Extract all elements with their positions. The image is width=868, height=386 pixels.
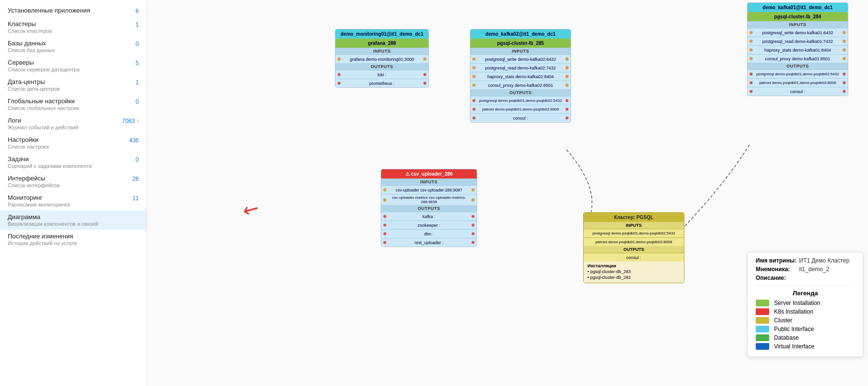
port-dot	[383, 198, 387, 202]
legend-item-k8s: K8s Installation	[756, 308, 855, 315]
sidebar-item-recent-changes[interactable]: Последние изменения История действий по …	[0, 230, 147, 249]
sidebar-item-subtitle: Расписание мониторинга	[8, 202, 70, 207]
sidebar-item-interfaces[interactable]: Интерфейсы Список интерфейсов 26	[0, 172, 147, 191]
port-dot	[749, 40, 753, 43]
port-dot	[749, 48, 753, 52]
sidebar-badge: 1	[129, 79, 139, 86]
cluster-outputs-label: OUTPUTS	[584, 246, 684, 253]
cluster-pgsql[interactable]: Кластер: PGSQL INPUTS postgresql demo-ps…	[583, 212, 684, 283]
sidebar-item-subtitle: Список дата-центров	[8, 86, 60, 92]
sidebar-badge: 6	[129, 8, 139, 14]
node-port-csv1: csv-uploader csv-uploader-286:9087	[381, 185, 477, 194]
legend-color-database	[756, 334, 769, 341]
sidebar-item-subtitle: Список глобальных настроек	[8, 105, 80, 111]
port-dot	[749, 57, 753, 60]
sidebar-item-servers[interactable]: Серверы Список серверов датацентра 5	[0, 56, 147, 75]
node-port-pg: postgresql demo-psqldb01,demo-psqldb02:5…	[470, 96, 571, 105]
legend-label: Database	[774, 334, 799, 341]
node-header: demo_kafka01@it1_demo_dc1	[748, 3, 848, 12]
port-dot-right	[423, 73, 427, 76]
sidebar-item-monitoring[interactable]: Мониторинг Расписание мониторинга 11	[0, 191, 147, 210]
node-service: pgsql-cluster-lb_285	[470, 39, 571, 48]
outputs-label: OUTPUTS	[470, 89, 571, 96]
sidebar-item-logs[interactable]: Логи Журнал событий и действий 7063 ›	[0, 114, 147, 133]
sidebar-item-title: Мониторинг	[8, 194, 70, 201]
chevron-right-icon: ›	[137, 117, 139, 124]
legend-color-virtual	[756, 343, 769, 350]
sidebar-item-title: Серверы	[8, 59, 80, 66]
legend-label: Virtual Interface	[774, 343, 815, 350]
cluster-port-patroni: patroni demo-psqldb01,demo-psqldb02:8008	[584, 237, 684, 246]
port-dot-right	[565, 108, 569, 111]
port-dot-right	[565, 116, 569, 120]
sidebar-item-subtitle: Список настроек	[8, 144, 49, 150]
sidebar-item-databases[interactable]: Базы данных Список баз данных 0	[0, 37, 147, 56]
port-dot-right	[565, 75, 569, 78]
port-dot-right	[565, 66, 569, 69]
sidebar-badge: 0	[129, 156, 139, 163]
port-dot-right	[842, 31, 846, 34]
sidebar-item-title: Последние изменения	[8, 233, 77, 240]
node-port-hs: haproxy_stats demo-kafka02:8404	[470, 72, 571, 81]
sidebar-item-title: Диаграмма	[8, 213, 98, 221]
node-port-patroni: patroni demo-psqldb01,demo-psqldb02:8008	[470, 105, 571, 113]
port-dot-right	[471, 198, 475, 202]
sidebar-item-subtitle: Список интерфейсов	[8, 182, 60, 188]
cluster-port-consul: consul :	[584, 253, 684, 262]
port-dot-right	[842, 72, 846, 76]
node-port-pr: postgresql_read demo-kafka02:7432	[470, 63, 571, 72]
outputs-label: OUTPUTS	[381, 205, 477, 212]
node-monitoring01[interactable]: demo_monitoring01@it1_demo_dc1 grafana_2…	[335, 29, 429, 88]
sidebar-item-subtitle: Список баз данных	[8, 47, 55, 53]
sidebar-item-subtitle: Список серверов датацентра	[8, 67, 80, 72]
sidebar-item-title: Дата-центры	[8, 78, 60, 85]
sidebar-item-clusters[interactable]: Кластеры Список кластеров 1	[0, 17, 147, 37]
node-kafka02[interactable]: demo_kafka02@it1_demo_dc1 pgsql-cluster-…	[470, 29, 571, 123]
port-dot-right	[471, 215, 475, 218]
legend-label: Server Installation	[774, 300, 820, 306]
node-port-zookeeper: zookeeper :	[381, 221, 477, 229]
node-port-cp: consul_proxy demo-kafka01:8501	[748, 54, 848, 63]
port-dot	[337, 73, 341, 76]
outputs-label: OUTPUTS	[335, 63, 428, 70]
sidebar-item-diagram[interactable]: Диаграмма Визуализации компонентов и свя…	[0, 210, 147, 230]
mnemonic-label: Мнемоника:	[756, 266, 799, 273]
port-dot-right	[842, 81, 846, 84]
sidebar-item-installed-apps[interactable]: Установленные приложения 6	[0, 4, 147, 17]
port-dot	[472, 108, 476, 111]
mnemonic-value: it1_demo_2	[799, 266, 829, 273]
legend-item-database: Database	[756, 334, 855, 341]
inputs-label: INPUTS	[748, 21, 848, 28]
sidebar-item-tasks[interactable]: Задачи Сценарий с задачами компонента 0	[0, 152, 147, 172]
sidebar-item-subtitle: Список кластеров	[8, 28, 52, 34]
port-dot	[337, 57, 341, 61]
node-port-consul: consul :	[470, 113, 571, 122]
node-port-pw: postgresql_write demo-kafka01:6432	[748, 28, 848, 37]
diagram-canvas[interactable]: ↙ demo_monitoring01@it1_demo_dc1 grafana…	[147, 0, 868, 386]
port-dot-right	[842, 48, 846, 52]
node-service: grafana_288	[335, 39, 428, 48]
legend-color-public	[756, 326, 769, 332]
sidebar-item-global-settings[interactable]: Глобальные настройки Список глобальных н…	[0, 95, 147, 114]
port-dot-right	[471, 223, 475, 227]
sidebar-item-title: Логи	[8, 117, 78, 124]
node-port-prometheus: prometheus :	[335, 79, 428, 87]
port-dot	[383, 232, 387, 235]
sidebar-item-settings[interactable]: Настройки Список настроек 436	[0, 133, 147, 152]
port-dot	[383, 223, 387, 227]
node-csv-uploader[interactable]: ⚠ csv_uploader_286 INPUTS csv-uploader c…	[381, 169, 477, 247]
sidebar-item-datacenters[interactable]: Дата-центры Список дата-центров 1	[0, 75, 147, 95]
legend-color-k8s	[756, 308, 769, 315]
cluster-inputs-label: INPUTS	[584, 222, 684, 229]
node-port-csv2: csv-uploader-metrics csv-uploader-metric…	[381, 194, 477, 205]
sidebar-item-subtitle: Сценарий с задачами компонента	[8, 163, 92, 169]
sidebar-item-title: Глобальные настройки	[8, 97, 80, 105]
node-port-pw: postgresql_write demo-kafka02:6432	[470, 55, 571, 63]
inputs-label: INPUTS	[335, 48, 428, 55]
sidebar-badge: 0	[129, 41, 139, 47]
sidebar-item-title: Установленные приложения	[8, 7, 90, 14]
node-kafka01[interactable]: demo_kafka01@it1_demo_dc1 pgsql-cluster-…	[747, 2, 848, 96]
vitrina-value: ИТ1 Демо Кластер	[799, 257, 849, 264]
port-dot	[472, 99, 476, 102]
node-header: ⚠ csv_uploader_286	[381, 169, 477, 179]
